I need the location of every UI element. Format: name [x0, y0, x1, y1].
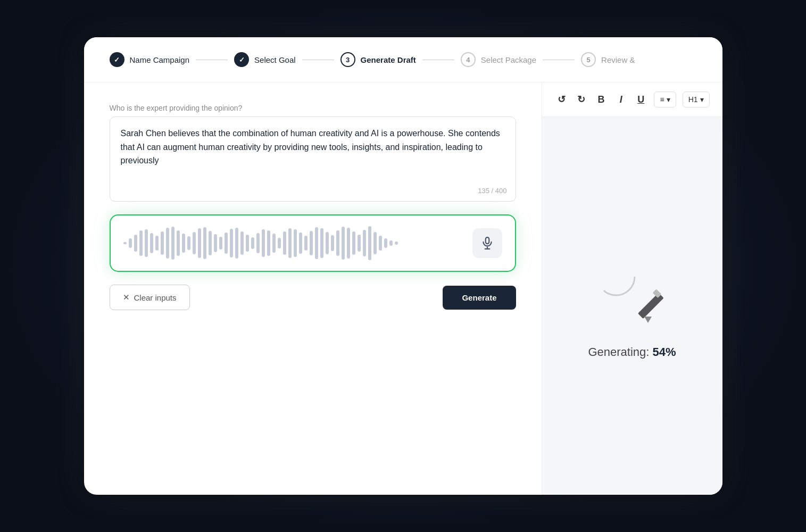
wave-bar: [384, 238, 387, 248]
step-select-goal: ✓ Select Goal: [234, 52, 296, 67]
wave-bar: [320, 228, 323, 258]
step-2-icon: ✓: [234, 52, 249, 67]
wave-bar: [342, 227, 345, 260]
wave-bar: [267, 230, 270, 256]
wave-bar: [203, 227, 206, 259]
wave-bar: [373, 232, 377, 254]
wave-bar: [389, 240, 393, 246]
step-2-label: Select Goal: [254, 55, 296, 64]
main-card: ✓ Name Campaign ✓ Select Goal 3 Generate…: [84, 37, 722, 495]
step-5-icon: 5: [581, 52, 596, 67]
wave-bar: [347, 228, 350, 259]
heading-label: H1: [688, 95, 698, 104]
wave-bar: [310, 231, 313, 255]
wave-bar: [209, 231, 212, 255]
wave-bar: [283, 231, 286, 255]
divider-2: [302, 60, 334, 60]
action-row: ✕ Clear inputs Generate: [110, 285, 516, 310]
svg-marker-5: [644, 317, 652, 323]
wave-bar: [155, 236, 159, 251]
wave-bar: [171, 227, 175, 260]
left-panel: Who is the expert providing the opinion?…: [84, 82, 542, 495]
align-dropdown[interactable]: ≡ ▾: [654, 92, 676, 107]
heading-chevron: ▾: [700, 95, 704, 104]
wave-bar: [182, 234, 185, 253]
wave-bar: [299, 232, 302, 254]
wave-bar: [150, 233, 153, 253]
waveform-display: [123, 226, 464, 260]
step-generate-draft: 3 Generate Draft: [340, 52, 416, 67]
wave-bar: [145, 229, 148, 257]
generating-text: Generating: 54%: [588, 345, 676, 359]
wave-bar: [379, 236, 382, 251]
wave-bar: [177, 230, 180, 256]
wave-bar: [166, 228, 169, 259]
wave-bar: [139, 230, 143, 256]
generate-button[interactable]: Generate: [443, 286, 516, 310]
wave-bar: [315, 227, 318, 259]
italic-button[interactable]: I: [614, 90, 628, 109]
stepper: ✓ Name Campaign ✓ Select Goal 3 Generate…: [84, 37, 722, 82]
undo-button[interactable]: ↺: [555, 90, 568, 109]
wave-bar: [358, 235, 361, 252]
bold-button[interactable]: B: [594, 90, 608, 109]
generating-percent: 54%: [653, 345, 676, 359]
step-1-icon: ✓: [110, 52, 124, 67]
wave-bar: [235, 228, 238, 259]
underline-button[interactable]: U: [634, 90, 647, 109]
wave-bar: [288, 228, 292, 258]
divider-3: [422, 60, 454, 60]
wave-bar: [395, 242, 398, 245]
svg-rect-0: [485, 237, 489, 244]
wave-bar: [304, 236, 308, 251]
wave-bar: [123, 242, 127, 244]
wave-bar: [262, 229, 265, 257]
wave-bar: [230, 229, 233, 257]
wave-bar: [278, 238, 281, 248]
main-content: Who is the expert providing the opinion?…: [84, 82, 722, 495]
step-3-icon: 3: [340, 52, 355, 67]
generating-area: Generating: 54%: [542, 117, 722, 495]
wave-bar: [129, 238, 132, 248]
pencil-animation-container: [592, 253, 672, 332]
divider-1: [196, 60, 228, 60]
wave-bar: [134, 235, 137, 252]
wave-bar: [256, 233, 260, 253]
wave-bar: [363, 230, 366, 256]
align-chevron: ▾: [667, 95, 670, 104]
wave-bar: [219, 237, 222, 250]
align-icon: ≡: [660, 95, 664, 104]
generating-label: Generating:: [588, 345, 652, 359]
step-1-label: Name Campaign: [130, 55, 190, 64]
clear-inputs-button[interactable]: ✕ Clear inputs: [110, 285, 190, 310]
step-name-campaign: ✓ Name Campaign: [110, 52, 190, 67]
wave-bar: [336, 230, 339, 256]
voice-input-box[interactable]: [110, 214, 516, 272]
wave-bar: [251, 237, 254, 249]
wave-bar: [352, 231, 355, 255]
expert-textarea-container[interactable]: Sarah Chen believes that the combination…: [110, 117, 516, 202]
wave-bar: [225, 232, 228, 254]
wave-bar: [331, 235, 334, 251]
clear-label: Clear inputs: [134, 293, 177, 302]
divider-4: [543, 60, 575, 60]
wave-bar: [187, 236, 190, 250]
wave-bar: [193, 232, 196, 254]
wave-bar: [198, 228, 201, 258]
wave-bar: [294, 229, 297, 257]
editor-toolbar: ↺ ↻ B I U ≡ ▾ H1 ▾: [542, 82, 722, 117]
heading-dropdown[interactable]: H1 ▾: [683, 92, 710, 107]
wave-bar: [161, 231, 164, 255]
expert-field-group: Who is the expert providing the opinion?…: [110, 104, 516, 202]
char-count: 135 / 400: [478, 187, 506, 195]
right-panel: ↺ ↻ B I U ≡ ▾ H1 ▾: [542, 82, 722, 495]
wave-bar: [272, 234, 276, 253]
x-icon: ✕: [123, 293, 130, 302]
pencil-icon: [624, 285, 672, 332]
microphone-button[interactable]: [472, 228, 502, 258]
step-4-icon: 4: [461, 52, 476, 67]
wave-bar: [326, 232, 329, 254]
step-select-package: 4 Select Package: [461, 52, 536, 67]
svg-rect-4: [638, 293, 664, 319]
redo-button[interactable]: ↻: [575, 90, 588, 109]
